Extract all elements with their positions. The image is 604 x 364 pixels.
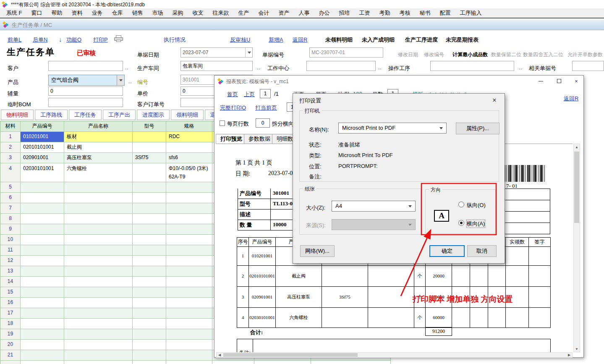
row-number-cell[interactable]: 7 [0,203,21,214]
extra-cell[interactable] [311,361,391,364]
model-cell[interactable] [133,329,166,340]
tab-param-data[interactable]: 参数数据 [244,134,275,144]
network-button[interactable]: 网络(W)... [300,245,335,257]
product-name-cell[interactable] [64,277,133,287]
menu-item[interactable]: 招培 [335,9,355,17]
model-cell[interactable] [133,142,166,153]
product-code-cell[interactable] [21,214,64,224]
opt-modify-date[interactable]: 修改日期 [398,51,418,58]
row-number-cell[interactable]: 21 [0,350,21,361]
workcenter-field[interactable] [306,61,376,71]
model-cell[interactable] [133,214,166,224]
functions-button[interactable]: 功能O [66,36,81,44]
properties-button[interactable]: 属性(P)... [456,123,499,134]
row-number-cell[interactable] [0,361,21,364]
model-cell[interactable] [133,256,166,266]
print-button[interactable]: 打印P [93,36,108,44]
add-new-button[interactable]: 新增A [269,36,283,44]
product-code-cell[interactable] [21,329,64,340]
product-name-cell[interactable]: 六角螺栓 [64,163,133,182]
row-number-cell[interactable]: 14 [0,277,21,287]
product-code-cell[interactable] [21,308,64,319]
product-code-cell[interactable] [21,245,64,256]
row-number-cell[interactable]: 17 [0,308,21,319]
scroll-up-icon[interactable]: ▲ [574,144,580,150]
table-row[interactable] [0,361,391,364]
spec-cell[interactable] [166,193,212,203]
product-lookup-button[interactable]: .. [128,79,132,84]
row-number-cell[interactable]: 20 [0,340,21,350]
model-cell[interactable] [133,163,166,182]
row-number-cell[interactable]: 2 [0,142,21,153]
portrait-radio-label[interactable]: 纵向(O) [467,202,486,209]
tab-progress-chart[interactable]: 进度图示 [137,110,170,120]
workshop-field[interactable] [180,61,253,71]
product-name-cell[interactable] [64,193,133,203]
spec-cell[interactable] [166,277,212,287]
product-name-cell[interactable] [64,224,133,235]
rows-per-page-input[interactable] [256,118,270,128]
row-number-cell[interactable]: 9 [0,224,21,235]
product-code-cell[interactable] [21,340,64,350]
model-cell[interactable] [133,235,166,245]
product-code-cell[interactable]: 02030101001 [21,163,64,182]
menu-item[interactable]: 销售 [128,9,148,17]
tab-process-task[interactable]: 工序任务 [69,110,102,120]
model-cell[interactable] [133,193,166,203]
first-page-button[interactable]: 首页 [227,91,238,98]
scroll-left-icon[interactable]: ◀ [217,353,222,357]
model-cell[interactable] [133,287,166,298]
opt-qty-2dec[interactable]: 数量保留二位 [491,51,521,58]
landscape-radio[interactable] [458,220,464,226]
product-code-cell[interactable] [21,361,64,364]
customer-field[interactable] [48,61,123,71]
product-name-cell[interactable] [64,235,133,245]
product-code-cell[interactable]: 02010101001 [21,142,64,153]
menu-item[interactable]: 资料 [67,9,87,17]
model-cell[interactable] [133,277,166,287]
product-code-cell[interactable]: 020901001 [21,153,64,163]
product-name-cell[interactable] [64,361,133,364]
horizontal-scrollbar[interactable]: ◀ ▶ [216,352,573,358]
row-number-cell[interactable]: 13 [0,266,21,277]
hscroll-thumb[interactable] [223,353,358,357]
spec-cell[interactable] [166,142,212,153]
product-code-cell[interactable] [21,350,64,361]
product-name-cell[interactable] [64,245,133,256]
tab-issue-detail[interactable]: 领料明细 [171,110,204,120]
cancel-button[interactable]: 取消 [467,245,497,257]
spec-cell[interactable] [166,308,212,319]
spec-cell[interactable] [166,319,212,329]
spec-cell[interactable] [166,235,212,245]
tab-process-output[interactable]: 工序产出 [103,110,136,120]
row-number-cell[interactable]: 19 [0,329,21,340]
unreview-button[interactable]: 反审核U [230,36,250,44]
model-cell[interactable] [133,361,166,364]
product-code-cell[interactable] [21,298,64,308]
product-name-cell[interactable] [64,214,133,224]
menu-item[interactable]: 业务 [87,9,107,17]
operation-field[interactable] [430,61,514,71]
row-number-cell[interactable]: 10 [0,235,21,245]
spec-cell[interactable] [166,361,212,364]
spec-cell[interactable] [166,287,212,298]
product-name-cell[interactable]: 板材 [64,132,133,142]
row-number-cell[interactable]: 3 [0,153,21,163]
spec-cell[interactable] [166,340,212,350]
printer-name-select[interactable]: Microsoft Print to PDF [338,123,447,134]
spec-cell[interactable] [166,298,212,308]
spec-cell[interactable] [166,245,212,256]
product-code-cell[interactable] [21,224,64,235]
product-name-cell[interactable] [64,329,133,340]
row-number-cell[interactable]: 16 [0,298,21,308]
menu-item[interactable]: 收支 [188,9,208,17]
product-name-cell[interactable] [64,308,133,319]
aux-field[interactable] [48,86,123,96]
spec-cell[interactable] [166,350,212,361]
row-number-cell[interactable]: 15 [0,287,21,298]
product-code-cell[interactable] [21,235,64,245]
opt-modify-no[interactable]: 修改编号 [424,51,444,58]
model-cell[interactable] [133,224,166,235]
tab-material-detail[interactable]: 物料明细 [1,110,34,120]
product-name-cell[interactable] [64,350,133,361]
